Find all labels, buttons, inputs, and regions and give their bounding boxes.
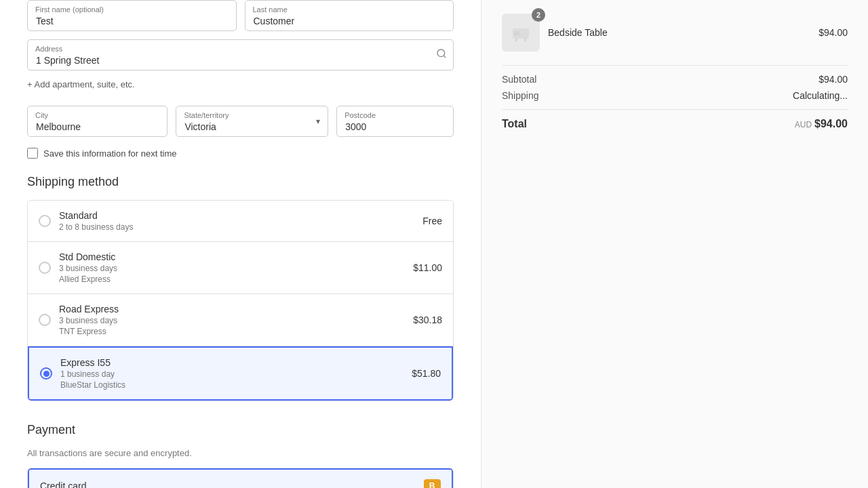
item-qty-badge: 2 [532,8,545,22]
total-label: Total [502,118,527,130]
total-row: Total AUD$94.00 [502,118,848,130]
city-input[interactable] [27,106,167,137]
option-info-std-domestic: Std Domestic 3 business days Allied Expr… [59,251,413,284]
option-detail-road-express-days: 3 business days [59,316,413,325]
item-image-wrapper: 2 [502,14,540,52]
subtotal-value: $94.00 [818,74,848,85]
first-name-input[interactable] [27,0,237,31]
city-field[interactable]: City [27,106,167,137]
total-amount: $94.00 [814,118,848,129]
option-price-road-express: $30.18 [413,314,442,325]
option-info-road-express: Road Express 3 business days TNT Express [59,304,413,336]
radio-road-express [39,314,51,326]
shipping-option-std-domestic[interactable]: Std Domestic 3 business days Allied Expr… [28,242,453,294]
shipping-option-express-i55[interactable]: Express I55 1 business day BlueStar Logi… [28,346,453,401]
total-currency: AUD [795,120,812,129]
option-info-express-i55: Express I55 1 business day BlueStar Logi… [60,357,412,390]
payment-options-container: Credit card B Card number [27,468,454,488]
svg-line-1 [443,56,446,58]
shipping-row: Shipping Calculating... [502,90,848,101]
option-info-standard: Standard 2 to 8 business days [59,210,422,232]
payment-option-credit-card[interactable]: Credit card B [28,468,453,488]
payment-subtitle: All transactions are secure and encrypte… [27,448,454,458]
option-detail-express-i55-carrier: BlueStar Logistics [60,380,412,390]
option-detail-std-domestic-days: 3 business days [59,264,413,273]
option-name-standard: Standard [59,210,422,221]
option-name-std-domestic: Std Domestic [59,251,413,262]
last-name-field[interactable]: Last name [245,0,454,31]
total-value: AUD$94.00 [795,118,848,130]
state-select[interactable]: Victoria New South Wales Queensland Sout… [176,106,328,137]
summary-divider-2 [502,109,848,110]
radio-express-i55 [40,367,52,380]
shipping-label: Shipping [502,90,539,101]
option-name-road-express: Road Express [59,304,413,314]
radio-std-domestic [39,262,51,274]
shipping-option-standard[interactable]: Standard 2 to 8 business days Free [28,201,453,242]
save-info-label: Save this information for next time [43,148,177,159]
option-detail-std-domestic-carrier: Allied Express [59,274,413,284]
item-name: Bedside Table [548,27,810,38]
order-summary-panel: 2 Bedside Table $94.00 Subtotal $94.00 S… [481,0,868,488]
subtotal-label: Subtotal [502,74,536,85]
address-field[interactable]: Address [27,39,454,70]
first-name-field[interactable]: First name (optional) [27,0,237,31]
payment-section-title: Payment [27,423,454,437]
add-apartment-link[interactable]: + Add apartment, suite, etc. [27,79,135,89]
postcode-field[interactable]: Postcode [336,106,454,137]
shipping-option-road-express[interactable]: Road Express 3 business days TNT Express… [28,294,453,346]
svg-rect-4 [515,39,517,41]
svg-point-0 [437,49,445,57]
svg-rect-5 [524,39,526,41]
shipping-value: Calculating... [793,90,848,101]
braintree-badge: B [424,479,441,488]
shipping-section-title: Shipping method [27,175,454,189]
option-detail-road-express-carrier: TNT Express [59,327,413,336]
svg-rect-6 [514,31,519,36]
item-price: $94.00 [818,27,848,38]
option-name-express-i55: Express I55 [60,357,412,368]
postcode-input[interactable] [336,106,454,137]
radio-standard [39,215,51,227]
summary-divider [502,65,848,66]
last-name-input[interactable] [245,0,454,31]
subtotal-row: Subtotal $94.00 [502,74,848,85]
item-details: Bedside Table [548,27,810,38]
option-detail-express-i55-days: 1 business day [60,369,412,379]
address-input[interactable] [27,39,454,70]
option-price-standard: Free [422,216,442,226]
shipping-options-container: Standard 2 to 8 business days Free Std D… [27,200,454,401]
state-field[interactable]: State/territory Victoria New South Wales… [176,106,328,137]
option-price-std-domestic: $11.00 [413,262,442,273]
option-detail-standard: 2 to 8 business days [59,222,422,232]
save-info-checkbox[interactable] [27,148,38,159]
payment-section: Payment All transactions are secure and … [27,423,454,488]
payment-method-label: Credit card [40,481,86,488]
cart-item: 2 Bedside Table $94.00 [502,14,848,52]
address-search-icon[interactable] [436,48,447,62]
option-price-express-i55: $51.80 [412,368,441,379]
